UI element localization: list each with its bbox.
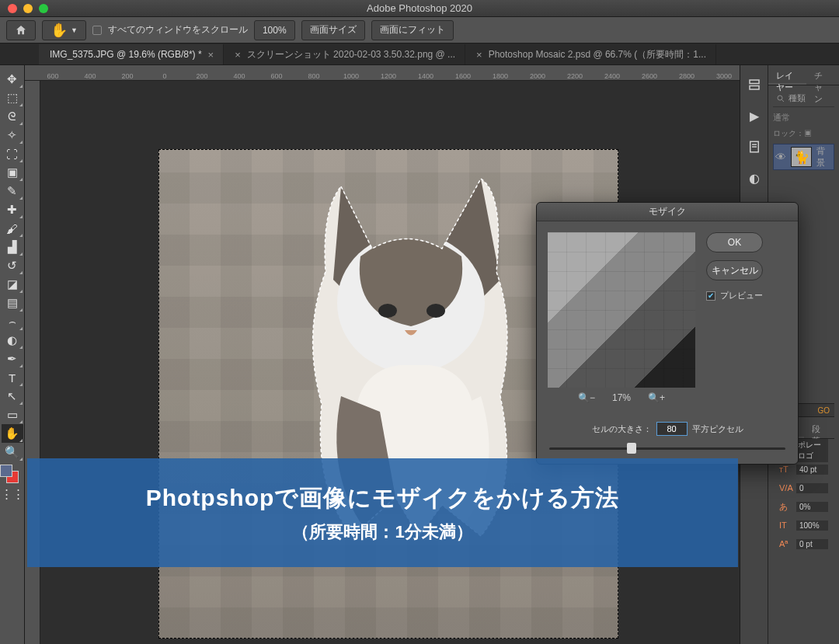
tutorial-overlay-banner: Photpshopで画像にモザイクをかける方法 （所要時間：1分未満）	[27, 458, 738, 567]
layers-tab[interactable]: レイヤー	[768, 65, 806, 85]
color-swatches[interactable]	[3, 466, 22, 485]
minimize-window-button[interactable]	[23, 4, 33, 13]
move-tool[interactable]: ✥	[2, 70, 23, 89]
layer-thumbnail: 🐈	[791, 147, 812, 167]
home-icon	[15, 24, 27, 37]
layer-filter-row[interactable]: 種類	[773, 90, 834, 107]
healing-brush-tool[interactable]: ✚	[2, 200, 23, 219]
dodge-tool[interactable]: ◐	[2, 331, 23, 350]
gradient-tool[interactable]: ▤	[2, 294, 23, 312]
crop-tool[interactable]: ⛶	[2, 144, 23, 163]
frame-tool[interactable]: ▣	[2, 163, 23, 182]
toolbox-grip[interactable]: ⋮⋮	[2, 485, 23, 503]
document-tab[interactable]: IMG_5375.JPG @ 19.6% (RGB/8*) *×	[39, 44, 224, 64]
type-tool[interactable]: T	[2, 368, 23, 387]
hand-tool[interactable]: ✋	[2, 424, 23, 443]
close-tab-icon[interactable]: ×	[235, 49, 241, 61]
preview-zoom-value: 17%	[612, 392, 631, 403]
blur-tool[interactable]: ⌢	[2, 312, 23, 331]
layer-row-background[interactable]: 👁 🐈 背景	[773, 144, 834, 170]
brush-tool[interactable]: 🖌	[2, 219, 23, 238]
mosaic-dialog[interactable]: モザイク 🔍− 17% 🔍+ OK キャンセル ✔ プレビュー セルの大きさ： …	[536, 202, 799, 465]
path-select-tool[interactable]: ↖	[2, 387, 23, 406]
pen-tool[interactable]: ✒	[2, 350, 23, 368]
ok-button[interactable]: OK	[706, 232, 763, 252]
cell-size-label: セルの大きさ：	[592, 423, 652, 435]
cell-size-unit: 平方ピクセル	[692, 423, 743, 435]
eraser-tool[interactable]: ◪	[2, 275, 23, 294]
vertical-scale-row[interactable]: IT100%	[779, 518, 828, 532]
rect-marquee-tool[interactable]: ⬚	[2, 89, 23, 107]
foreground-color[interactable]	[0, 465, 12, 477]
eyedropper-tool[interactable]: ✎	[2, 182, 23, 200]
document-tab-label: スクリーンショット 2020-02-03 3.50.32.png @ ...	[247, 48, 455, 61]
zoom-out-icon[interactable]: 🔍−	[578, 392, 595, 403]
hand-tool-indicator[interactable]: ✋▼	[42, 20, 86, 40]
kerning-icon: V/A	[779, 483, 793, 493]
home-button[interactable]	[6, 20, 36, 40]
close-tab-icon[interactable]: ×	[476, 49, 482, 61]
history-brush-tool[interactable]: ↺	[2, 256, 23, 275]
window-titlebar: Adobe Photoshop 2020	[0, 0, 839, 17]
layers-panel-tabs: レイヤー チャン	[768, 65, 839, 85]
svg-rect-6	[750, 86, 759, 90]
checkbox-checked-icon: ✔	[706, 291, 715, 301]
document-tab-label: Photoshop Mosaic 2.psd @ 66.7% (（所要時間：1.…	[489, 48, 706, 61]
visibility-eye-icon[interactable]: 👁	[775, 151, 786, 163]
hand-icon: ✋	[50, 22, 68, 39]
paragraph-tab[interactable]: 段落	[804, 419, 835, 438]
cell-size-row: セルの大きさ： 平方ピクセル	[537, 416, 798, 439]
cell-size-input[interactable]	[656, 422, 688, 436]
cancel-button[interactable]: キャンセル	[706, 260, 763, 280]
actions-panel-icon[interactable]: ▶	[746, 107, 763, 124]
blend-mode-label[interactable]: 通常	[773, 110, 834, 127]
baseline-row[interactable]: Aª0 pt	[779, 537, 828, 551]
magic-wand-tool[interactable]: ✧	[2, 126, 23, 144]
close-tab-icon[interactable]: ×	[208, 49, 214, 61]
mosaic-preview[interactable]	[548, 232, 695, 388]
channels-tab[interactable]: チャン	[806, 65, 839, 85]
font-size-icon: тT	[779, 465, 793, 474]
zoom-tool[interactable]: 🔍	[2, 443, 23, 461]
layer-filter-label: 種類	[789, 92, 806, 104]
toolbox: ✥⬚ᘓ✧⛶▣✎✚🖌▟↺◪▤⌢◐✒T↖▭✋🔍⋮⋮	[0, 65, 25, 644]
stamp-tool[interactable]: ▟	[2, 238, 23, 256]
document-tabs: IMG_5375.JPG @ 19.6% (RGB/8*) *××スクリーンショ…	[0, 44, 839, 65]
scroll-all-windows-checkbox[interactable]: すべてのウィンドウをスクロール	[92, 23, 248, 37]
traffic-lights	[0, 4, 48, 13]
properties-panel-icon[interactable]	[746, 138, 763, 155]
document-tab-label: IMG_5375.JPG @ 19.6% (RGB/8*) *	[50, 49, 202, 60]
search-icon	[776, 94, 785, 103]
svg-rect-5	[750, 80, 759, 84]
lock-row: ロック：▣	[773, 127, 834, 144]
app-title: Adobe Photoshop 2020	[0, 2, 839, 14]
dialog-title[interactable]: モザイク	[537, 203, 798, 221]
checkbox-icon	[92, 26, 102, 35]
maximize-window-button[interactable]	[39, 4, 48, 13]
zoom-in-icon[interactable]: 🔍+	[648, 392, 665, 403]
cell-size-slider[interactable]	[549, 440, 785, 456]
document-tab[interactable]: ×スクリーンショット 2020-02-03 3.50.32.png @ ...	[224, 44, 465, 64]
preview-checkbox[interactable]: ✔ プレビュー	[706, 290, 763, 301]
baseline-icon: Aª	[779, 539, 793, 548]
history-panel-icon[interactable]	[746, 76, 763, 93]
fit-window-button[interactable]: 画面にフィット	[371, 20, 454, 40]
preview-zoom-controls: 🔍− 17% 🔍+	[548, 388, 695, 405]
fit-screen-button[interactable]: 画面サイズ	[301, 20, 365, 40]
banner-title: Photpshopで画像にモザイクをかける方法	[146, 482, 620, 514]
scroll-all-label: すべてのウィンドウをスクロール	[108, 23, 248, 37]
vscale-icon: IT	[779, 520, 793, 530]
ruler-horizontal: 6004002000200400600800100012001400160018…	[25, 65, 740, 81]
svg-line-11	[782, 99, 785, 102]
kerning-row[interactable]: V/A0	[779, 481, 828, 495]
close-window-button[interactable]	[8, 4, 17, 13]
lasso-tool[interactable]: ᘓ	[2, 107, 23, 126]
options-bar: ✋▼ すべてのウィンドウをスクロール 100% 画面サイズ 画面にフィット	[0, 17, 839, 44]
svg-point-10	[778, 96, 782, 100]
adjustments-panel-icon[interactable]: ◐	[746, 169, 763, 186]
shape-tool[interactable]: ▭	[2, 406, 23, 424]
zoom-100-button[interactable]: 100%	[254, 20, 295, 40]
slider-thumb[interactable]	[627, 443, 636, 454]
tracking-row[interactable]: あ0%	[779, 500, 828, 513]
document-tab[interactable]: ×Photoshop Mosaic 2.psd @ 66.7% (（所要時間：1…	[465, 44, 716, 64]
